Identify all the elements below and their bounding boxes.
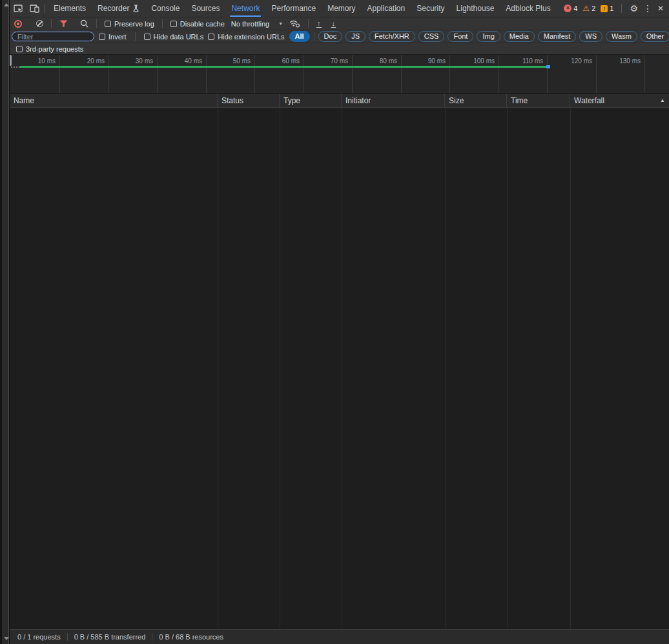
timeline-tick-label: 130 ms [602, 57, 641, 65]
network-overview-timeline[interactable]: 10 ms 20 ms 30 ms 40 ms 50 ms 60 ms 70 m… [10, 54, 669, 94]
column-separator[interactable] [570, 108, 571, 629]
clear-network-log-icon[interactable] [36, 20, 43, 27]
timeline-gridline [206, 55, 207, 93]
timeline-tick-label: 50 ms [212, 57, 251, 65]
devtools-tabbar: Elements Recorder Console Sources Networ… [10, 0, 669, 17]
timeline-gridline [59, 55, 60, 93]
chip-fetch-xhr[interactable]: Fetch/XHR [369, 31, 415, 42]
timeline-gridline [304, 55, 304, 93]
chip-doc[interactable]: Doc [318, 31, 343, 42]
column-separator[interactable] [445, 108, 446, 629]
timeline-tick-label: 100 ms [456, 57, 495, 65]
column-header-waterfall[interactable]: Waterfall ▲ [570, 94, 669, 107]
network-filterbar: Invert Hide data URLs Hide extension URL… [10, 30, 669, 43]
timeline-gridline [157, 55, 158, 93]
column-header-initiator[interactable]: Initiator [342, 94, 445, 107]
checkbox-icon [16, 46, 23, 52]
divider [314, 32, 314, 41]
tab-elements[interactable]: Elements [48, 0, 92, 17]
page-scrollbar[interactable] [0, 0, 9, 644]
timeline-gridline [352, 55, 353, 93]
hide-data-urls-checkbox[interactable]: Hide data URLs [144, 33, 204, 41]
column-separator[interactable] [507, 108, 508, 629]
active-tab-underline [230, 15, 261, 17]
tab-network[interactable]: Network [225, 0, 265, 17]
record-network-log-icon[interactable] [14, 20, 22, 28]
tab-sources[interactable]: Sources [185, 0, 225, 17]
overview-pre-request-segment [11, 66, 20, 68]
network-conditions-icon[interactable] [289, 19, 300, 28]
checkbox-icon [99, 34, 105, 40]
chip-manifest[interactable]: Manifest [538, 31, 577, 42]
warning-icon: ⚠ [582, 5, 590, 12]
timeline-tick-label: 10 ms [17, 57, 56, 65]
checkbox-icon [105, 21, 111, 27]
console-warnings-badge[interactable]: ⚠ 2 [582, 5, 595, 12]
requests-table-header: Name Status Type Initiator Size Time Wat… [10, 94, 669, 108]
tab-adblock-plus[interactable]: Adblock Plus [500, 0, 556, 17]
more-options-kebab-icon[interactable]: ⋮ [643, 4, 652, 13]
chip-ws[interactable]: WS [579, 31, 602, 42]
throttling-dropdown[interactable]: No throttling ▼ [229, 20, 285, 28]
tab-memory[interactable]: Memory [322, 0, 361, 17]
checkbox-icon [170, 21, 177, 27]
overview-waterfall-end-cap [546, 65, 550, 68]
chip-img[interactable]: Img [477, 31, 500, 42]
column-header-status[interactable]: Status [218, 94, 280, 107]
timeline-tick-label: 120 ms [553, 57, 592, 65]
tab-performance[interactable]: Performance [265, 0, 322, 17]
overview-waterfall-bar [20, 66, 546, 68]
inspect-element-icon[interactable] [14, 4, 23, 13]
column-header-name[interactable]: Name [10, 94, 218, 107]
column-header-size[interactable]: Size [445, 94, 507, 107]
chip-other[interactable]: Other [641, 31, 669, 42]
timeline-tick-label: 20 ms [66, 57, 105, 65]
disable-cache-checkbox[interactable]: Disable cache [170, 20, 225, 28]
filter-funnel-icon[interactable] [59, 20, 68, 28]
checkbox-icon [208, 34, 214, 40]
tab-application[interactable]: Application [362, 0, 411, 17]
chip-wasm[interactable]: Wasm [606, 31, 637, 42]
timeline-gridline [401, 55, 402, 93]
search-icon[interactable] [80, 19, 88, 28]
export-har-icon[interactable]: ↓ [331, 20, 336, 28]
column-separator[interactable] [280, 108, 280, 629]
import-har-icon[interactable]: ↑ [316, 20, 322, 28]
requests-table-body[interactable] [10, 108, 669, 629]
chip-js[interactable]: JS [345, 31, 365, 42]
invert-filter-checkbox[interactable]: Invert [99, 33, 127, 41]
column-separator[interactable] [218, 108, 218, 629]
network-status-bar: 0 / 1 requests 0 B / 585 B transferred 0… [10, 629, 669, 644]
timeline-tick-label: 110 ms [504, 57, 543, 65]
chip-font[interactable]: Font [448, 31, 473, 42]
request-type-chips: All Doc JS Fetch/XHR CSS Font Img Media … [289, 31, 669, 42]
third-party-requests-checkbox[interactable]: 3rd-party requests [16, 45, 83, 53]
scroll-down-icon[interactable] [4, 637, 9, 640]
device-toolbar-icon[interactable] [30, 5, 39, 13]
tab-console[interactable]: Console [145, 0, 185, 17]
settings-gear-icon[interactable]: ⚙ [630, 4, 638, 13]
issues-badge[interactable]: ! 1 [601, 5, 613, 12]
requests-count-summary: 0 / 1 requests [17, 633, 61, 641]
divider [51, 19, 52, 28]
hide-extension-urls-checkbox[interactable]: Hide extension URLs [208, 33, 284, 41]
console-errors-badge[interactable]: ✕ 4 [564, 5, 577, 12]
scroll-up-icon[interactable] [4, 3, 9, 6]
column-header-type[interactable]: Type [280, 94, 342, 107]
tab-recorder[interactable]: Recorder [92, 0, 145, 17]
close-devtools-icon[interactable]: ✕ [657, 5, 664, 12]
overview-left-handle[interactable] [10, 55, 12, 66]
column-separator[interactable] [342, 108, 342, 629]
chip-media[interactable]: Media [504, 31, 535, 42]
tab-security[interactable]: Security [411, 0, 450, 17]
chip-css[interactable]: CSS [418, 31, 445, 42]
devtools-panel: Elements Recorder Console Sources Networ… [10, 0, 669, 644]
flask-icon [132, 5, 139, 12]
filter-input[interactable] [12, 32, 94, 41]
chip-all[interactable]: All [289, 31, 310, 42]
preserve-log-checkbox[interactable]: Preserve log [105, 20, 154, 28]
network-toolbar: Preserve log Disable cache No throttling… [10, 17, 669, 30]
column-header-time[interactable]: Time [507, 94, 570, 107]
tab-lighthouse[interactable]: Lighthouse [451, 0, 500, 17]
timeline-gridline [547, 55, 548, 93]
